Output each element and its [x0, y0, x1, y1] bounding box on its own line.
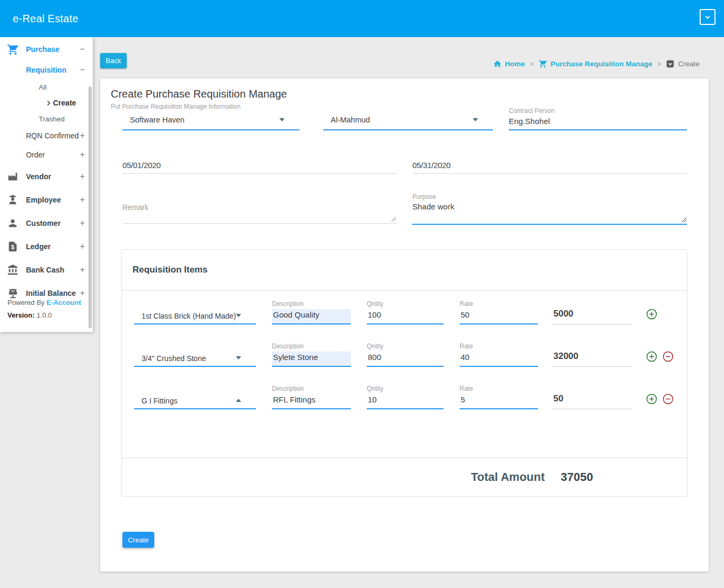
requisition-items-header: Requisition Items [122, 250, 687, 291]
page-title: Create Purchase Requisition Manage [111, 88, 287, 100]
page-subtitle: Put Purchase Requisition Manage Informat… [111, 103, 241, 110]
create-button[interactable]: Create [122, 532, 154, 548]
expand-icon[interactable]: + [80, 195, 85, 205]
breadcrumb: Home > Purchase Requisition Manage > Cre… [493, 59, 700, 68]
breadcrumb-separator: > [529, 60, 534, 68]
remove-row-icon[interactable] [662, 350, 674, 363]
chevron-right-icon [45, 99, 52, 107]
sidebar: Purchase − Requisition − All Create Tras… [0, 37, 93, 332]
powered-by-label: Powered By [7, 299, 45, 306]
qntity-input[interactable]: Qntity 10 [367, 385, 444, 409]
total-amount-label: Total Amount [471, 470, 545, 484]
start-date-input[interactable]: 05/01/2020 [122, 159, 396, 174]
cart-icon [538, 59, 548, 68]
caret-down-icon [236, 356, 241, 359]
back-button[interactable]: Back [100, 53, 127, 68]
ledger-icon: $ [7, 241, 19, 253]
remove-row-icon[interactable] [662, 393, 674, 405]
breadcrumb-home[interactable]: Home [493, 59, 525, 68]
qntity-input[interactable]: Qntity 100 [367, 300, 444, 324]
main-card: Create Purchase Requisition Manage Put P… [100, 78, 709, 572]
factory-icon [7, 171, 19, 183]
requisition-item-row: G I Fittings Description RFL Fittings Qn… [122, 375, 687, 418]
caret-down-icon [236, 314, 241, 317]
home-icon [493, 59, 502, 68]
sidebar-item-trashed[interactable]: Trashed [0, 111, 93, 127]
expand-icon[interactable]: + [80, 131, 85, 141]
caret-down-icon [279, 118, 285, 121]
sidebar-item-vendor[interactable]: Vendor + [0, 165, 93, 188]
chevron-down-icon [703, 12, 712, 22]
description-input[interactable]: Description Good Quality [272, 300, 351, 324]
graduate-icon [7, 194, 19, 206]
expand-icon[interactable]: + [80, 218, 85, 228]
purpose-textarea[interactable]: Purpose Shade work [412, 193, 687, 225]
app-title: e-Real Estate [13, 13, 78, 25]
end-date-input[interactable]: 05/31/2020 [412, 159, 687, 174]
collapse-icon[interactable]: − [80, 45, 85, 54]
item-select[interactable]: G I Fittings [134, 392, 256, 409]
add-row-icon[interactable] [646, 308, 658, 320]
resize-handle[interactable] [391, 216, 396, 222]
sidebar-item-requisition[interactable]: Requisition − [0, 61, 93, 79]
sidebar-item-create[interactable]: Create [0, 95, 93, 111]
project-select[interactable]: Software Haven [122, 110, 299, 130]
line-amount: 5000 [552, 309, 632, 324]
app-header: e-Real Estate [0, 0, 724, 37]
header-dropdown-button[interactable] [700, 9, 716, 25]
rate-input[interactable]: Rate 50 [460, 300, 538, 324]
bank-icon [7, 264, 19, 276]
expand-icon[interactable]: + [80, 242, 85, 251]
collapse-icon[interactable]: − [80, 65, 85, 75]
breadcrumb-separator: > [657, 60, 661, 68]
total-amount-value: 37050 [561, 470, 593, 484]
expand-icon[interactable]: + [80, 172, 85, 181]
sidebar-footer: Powered By E-Account Version: 1.0.0 [7, 296, 81, 322]
expand-icon[interactable]: + [80, 265, 85, 275]
version-label: Version: [7, 311, 34, 319]
sidebar-item-ledger[interactable]: $ Ledger + [0, 235, 93, 258]
svg-text:$: $ [11, 244, 14, 250]
add-row-icon[interactable] [646, 393, 658, 405]
rate-input[interactable]: Rate 40 [460, 343, 538, 367]
requisition-items-section: Requisition Items 1st Class Brick (Hand … [121, 249, 687, 497]
sidebar-item-bank-cash[interactable]: Bank Cash + [0, 258, 93, 282]
sidebar-item-customer[interactable]: Customer + [0, 212, 93, 235]
sidebar-nav: Purchase − Requisition − All Create Tras… [0, 37, 93, 305]
sidebar-item-order[interactable]: Order + [0, 145, 93, 165]
line-amount: 32000 [552, 351, 632, 367]
description-input[interactable]: Description Sylete Stone [272, 343, 351, 367]
caret-down-icon [473, 118, 478, 121]
remark-placeholder: Remark [122, 203, 148, 212]
create-box-icon [666, 59, 675, 68]
line-amount: 50 [552, 393, 632, 409]
section-title: Requisition Items [133, 265, 208, 275]
sidebar-item-employee[interactable]: Employee + [0, 188, 93, 212]
requisition-item-row: 3/4" Crushed Stone Description Sylete St… [122, 333, 687, 375]
version-value: 1.0.0 [37, 311, 52, 319]
add-row-icon[interactable] [646, 350, 658, 363]
sidebar-item-all[interactable]: All [0, 79, 93, 95]
expand-icon[interactable]: + [80, 150, 85, 160]
caret-up-icon [236, 399, 241, 402]
breadcrumb-current: Create [666, 59, 700, 68]
requested-by-select[interactable]: Al-Mahmud [323, 110, 493, 130]
contract-person-field[interactable]: Contract Person Eng.Shohel [509, 107, 687, 130]
requisition-item-row: 1st Class Brick (Hand Made) Description … [122, 291, 687, 333]
item-select[interactable]: 3/4" Crushed Stone [134, 350, 256, 367]
e-account-link[interactable]: E-Account [47, 299, 81, 306]
total-section: Total Amount 37050 [122, 458, 687, 496]
sidebar-scrollbar[interactable] [89, 86, 92, 328]
rate-input[interactable]: Rate 5 [460, 385, 538, 409]
breadcrumb-section[interactable]: Purchase Requisition Manage [538, 59, 652, 68]
resize-handle[interactable] [681, 217, 686, 222]
sidebar-item-rqn-confirmed[interactable]: RQN Confirmed + [0, 127, 93, 145]
sidebar-item-purchase[interactable]: Purchase − [0, 38, 93, 61]
item-select[interactable]: 1st Class Brick (Hand Made) [134, 308, 256, 324]
qntity-input[interactable]: Qntity 800 [367, 343, 444, 367]
remark-textarea[interactable]: Remark [122, 199, 396, 224]
cart-icon [7, 43, 19, 56]
description-input[interactable]: Description RFL Fittings [272, 385, 351, 409]
person-icon [7, 217, 19, 230]
